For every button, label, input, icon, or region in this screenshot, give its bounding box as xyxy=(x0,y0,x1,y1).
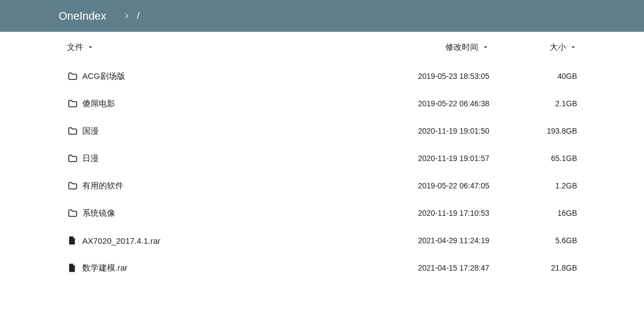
item-size: 193.8GB xyxy=(489,127,577,135)
list-item[interactable]: ACG剧场版2019-05-23 18:53:0540GB xyxy=(64,62,580,90)
item-size: 65.1GB xyxy=(489,154,577,163)
file-icon xyxy=(67,235,78,246)
item-name: 日漫 xyxy=(82,153,99,164)
item-size: 5.6GB xyxy=(489,236,577,245)
chevron-right-icon xyxy=(122,11,132,21)
folder-icon xyxy=(67,71,78,82)
list-item[interactable]: 系统镜像2020-11-19 17:10:5316GB xyxy=(64,199,580,227)
chevron-down-icon xyxy=(569,43,577,51)
column-header-name[interactable]: 文件 xyxy=(67,42,358,53)
item-size: 21.8GB xyxy=(489,263,577,272)
list-item[interactable]: 数学建模.rar2021-04-15 17:28:4721.8GB xyxy=(64,254,580,282)
topbar: OneIndex / xyxy=(0,0,644,32)
list-item[interactable]: 日漫2020-11-19 19:01:5765.1GB xyxy=(64,145,580,172)
item-name: 傻屌电影 xyxy=(82,99,115,109)
list-item[interactable]: 有用的软件2019-05-22 06:47:051.2GB xyxy=(64,172,580,199)
item-name: AX7020_2017.4.1.rar xyxy=(82,236,161,245)
item-size: 40GB xyxy=(489,72,577,81)
item-date: 2020-11-19 19:01:57 xyxy=(358,154,489,163)
list-header: 文件 修改时间 大小 xyxy=(64,32,580,62)
item-date: 2021-04-15 17:28:47 xyxy=(358,263,489,272)
folder-icon xyxy=(67,153,78,164)
file-list: ACG剧场版2019-05-23 18:53:0540GB傻屌电影2019-05… xyxy=(64,62,580,282)
column-header-date[interactable]: 修改时间 xyxy=(358,42,489,53)
column-header-size-label: 大小 xyxy=(550,42,566,53)
column-header-size[interactable]: 大小 xyxy=(489,42,577,53)
folder-icon xyxy=(67,208,78,219)
list-item[interactable]: AX7020_2017.4.1.rar2021-04-29 11:24:195.… xyxy=(64,227,580,254)
folder-icon xyxy=(67,98,78,109)
item-size: 2.1GB xyxy=(489,99,577,108)
item-date: 2020-11-19 17:10:53 xyxy=(358,209,489,217)
item-date: 2019-05-22 06:47:05 xyxy=(358,181,489,190)
item-name: 系统镜像 xyxy=(82,208,115,219)
item-size: 16GB xyxy=(489,209,577,217)
item-date: 2019-05-23 18:53:05 xyxy=(358,72,489,81)
breadcrumb: / xyxy=(116,10,140,21)
folder-icon xyxy=(67,125,78,136)
chevron-down-icon xyxy=(87,43,94,51)
item-name: 有用的软件 xyxy=(82,181,123,191)
list-item[interactable]: 傻屌电影2019-05-22 06:46:382.1GB xyxy=(64,90,580,117)
item-date: 2019-05-22 06:46:38 xyxy=(358,99,489,108)
item-name: ACG剧场版 xyxy=(82,71,125,82)
item-size: 1.2GB xyxy=(489,181,577,190)
file-icon xyxy=(67,262,78,273)
item-date: 2020-11-19 19:01:50 xyxy=(358,127,489,135)
column-header-date-label: 修改时间 xyxy=(445,42,478,53)
item-name: 数学建模.rar xyxy=(82,263,128,273)
breadcrumb-root[interactable]: / xyxy=(137,10,140,21)
chevron-down-icon xyxy=(482,43,489,51)
item-name: 国漫 xyxy=(82,126,99,136)
list-item[interactable]: 国漫2020-11-19 19:01:50193.8GB xyxy=(64,117,580,145)
folder-icon xyxy=(67,180,78,191)
column-header-name-label: 文件 xyxy=(67,42,83,53)
item-date: 2021-04-29 11:24:19 xyxy=(358,236,489,245)
brand-title[interactable]: OneIndex xyxy=(59,10,106,22)
